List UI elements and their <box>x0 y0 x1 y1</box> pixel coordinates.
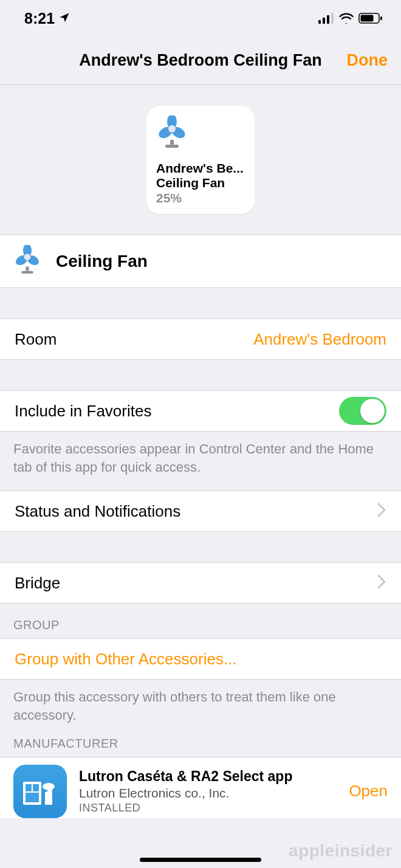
bridge-row[interactable]: Bridge <box>0 562 401 604</box>
tile-texts: Andrew's Be... Ceiling Fan 25% <box>156 161 245 205</box>
svg-rect-21 <box>33 784 39 791</box>
svg-rect-5 <box>361 15 374 21</box>
open-app-button[interactable]: Open <box>349 782 388 801</box>
page-title: Andrew's Bedroom Ceiling Fan <box>79 51 321 70</box>
favorites-footer: Favorite accessories appear in Control C… <box>0 432 401 487</box>
svg-point-23 <box>43 783 55 790</box>
app-company: Lutron Electronics co., Inc. <box>79 786 292 801</box>
svg-rect-18 <box>21 271 33 274</box>
status-left: 8:21 <box>24 10 70 27</box>
svg-point-10 <box>168 125 176 133</box>
app-installed: INSTALLED <box>79 802 292 815</box>
location-arrow-icon <box>58 10 70 27</box>
done-button[interactable]: Done <box>347 51 388 70</box>
fan-icon <box>156 115 245 152</box>
svg-rect-2 <box>327 15 329 24</box>
manufacturer-header: MANUFACTURER <box>0 731 401 757</box>
watermark: appleinsider <box>289 841 392 861</box>
svg-rect-1 <box>323 18 325 24</box>
status-right <box>318 10 383 27</box>
room-value: Andrew's Bedroom <box>253 330 386 349</box>
device-name-row[interactable]: Ceiling Fan <box>0 235 401 288</box>
app-texts: Lutron Caséta & RA2 Select app Lutron El… <box>79 768 292 815</box>
device-name-label: Ceiling Fan <box>56 252 148 271</box>
svg-rect-22 <box>26 793 39 802</box>
accessory-tile[interactable]: Andrew's Be... Ceiling Fan 25% <box>146 106 255 214</box>
bridge-label: Bridge <box>15 574 60 593</box>
battery-icon <box>358 10 383 27</box>
manufacturer-app-row[interactable]: Lutron Caséta & RA2 Select app Lutron El… <box>0 757 401 818</box>
status-bar: 8:21 <box>0 0 401 36</box>
group-footer: Group this accessory with others to trea… <box>0 680 401 730</box>
wifi-icon <box>339 10 354 27</box>
svg-rect-12 <box>165 145 179 148</box>
svg-rect-11 <box>170 140 174 145</box>
group-action-row[interactable]: Group with Other Accessories... <box>0 638 401 680</box>
cellular-signal-icon <box>318 10 334 27</box>
chevron-right-icon <box>377 574 386 592</box>
room-label: Room <box>15 330 57 349</box>
favorites-label: Include in Favorites <box>15 402 151 421</box>
svg-rect-0 <box>318 20 321 24</box>
tile-area: Andrew's Be... Ceiling Fan 25% <box>0 85 401 235</box>
svg-point-16 <box>24 253 31 260</box>
app-icon <box>13 765 67 818</box>
favorites-row: Include in Favorites <box>0 390 401 432</box>
app-name: Lutron Caséta & RA2 Select app <box>79 768 292 785</box>
svg-rect-17 <box>26 267 29 271</box>
svg-rect-6 <box>380 16 382 20</box>
nav-bar: Andrew's Bedroom Ceiling Fan Done <box>0 36 401 85</box>
group-header: GROUP <box>0 604 401 638</box>
status-notifications-label: Status and Notifications <box>15 502 180 521</box>
chevron-right-icon <box>377 502 386 520</box>
tile-percent: 25% <box>156 190 245 205</box>
favorites-toggle[interactable] <box>339 397 386 425</box>
svg-rect-20 <box>26 784 32 791</box>
fan-icon <box>13 245 41 278</box>
home-indicator[interactable] <box>140 858 261 862</box>
tile-room-label: Andrew's Be... <box>156 161 245 176</box>
status-time: 8:21 <box>24 10 55 27</box>
group-action-label: Group with Other Accessories... <box>15 650 237 669</box>
svg-rect-3 <box>331 13 334 24</box>
status-notifications-row[interactable]: Status and Notifications <box>0 491 401 532</box>
toggle-knob <box>360 399 385 423</box>
tile-device-label: Ceiling Fan <box>156 176 245 190</box>
room-row[interactable]: Room Andrew's Bedroom <box>0 319 401 360</box>
